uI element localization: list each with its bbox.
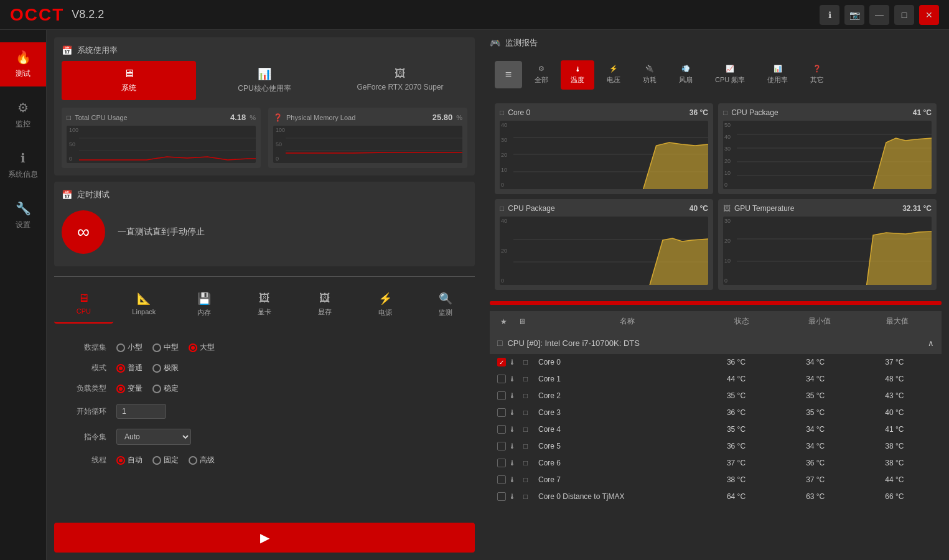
mode-normal[interactable]: 普通 <box>116 363 143 373</box>
thread-auto[interactable]: 自动 <box>116 455 143 465</box>
table-body: □ CPU [#0]: Intel Core i7-10700K: DTS ∧ … <box>490 332 942 553</box>
dataset-small-radio[interactable] <box>116 343 125 352</box>
maximize-button[interactable]: □ <box>894 5 914 25</box>
row-checkbox-6[interactable] <box>497 459 506 467</box>
group-collapse-icon[interactable]: ∧ <box>928 338 934 348</box>
thread-auto-radio[interactable] <box>116 456 125 465</box>
core0-chart-card: □ Core 0 36 °C 40 30 20 10 0 <box>495 103 713 194</box>
core0-chart-header: □ Core 0 36 °C <box>500 108 708 117</box>
row-checkbox-7[interactable] <box>497 475 506 484</box>
screenshot-button[interactable]: 📷 <box>844 5 864 25</box>
infinity-button[interactable]: ∞ <box>62 210 105 254</box>
cpu-package-top-chart-card: □ CPU Package 41 °C 50 40 30 20 10 0 <box>718 103 937 194</box>
thread-fixed[interactable]: 固定 <box>152 455 179 465</box>
instruction-select[interactable]: Auto <box>116 429 191 445</box>
calendar-icon: 📅 <box>62 45 72 55</box>
test-tab-monitor[interactable]: 🔍 监测 <box>416 287 475 324</box>
table-row: 🌡 □ Core 6 37 °C 36 °C 38 °C <box>490 455 942 472</box>
monitor-tab-other[interactable]: ❓ 其它 <box>800 60 834 90</box>
row-status-3: 36 °C <box>696 408 775 417</box>
dataset-large[interactable]: 大型 <box>189 342 215 353</box>
row-checkbox-2[interactable] <box>497 391 506 400</box>
titlebar: OCCT V8.2.2 ℹ 📷 — □ ✕ <box>0 0 949 30</box>
thread-advanced[interactable]: 高级 <box>189 455 215 465</box>
monitor-tab-usage[interactable]: 📊 使用率 <box>757 60 798 90</box>
instruction-row: 指令集 Auto <box>60 424 469 450</box>
usage-tab-cpu-core[interactable]: 📊 CPU核心使用率 <box>197 61 332 100</box>
monitor-tab-cpu-freq[interactable]: 📈 CPU 频率 <box>705 60 755 90</box>
monitor-report-icon: 🎮 <box>490 38 500 48</box>
usage-tab-system[interactable]: 🖥 系统 <box>62 61 196 100</box>
dataset-large-radio[interactable] <box>189 343 197 352</box>
start-button[interactable]: ▶ <box>54 523 475 553</box>
system-usage-title: 系统使用率 <box>77 45 118 56</box>
sidebar-item-test[interactable]: 🔥 测试 <box>0 42 46 86</box>
dataset-small[interactable]: 小型 <box>116 342 143 353</box>
table-row: 🌡 □ Core 1 44 °C 34 °C 48 °C <box>490 371 942 388</box>
row-checkbox-0[interactable]: ✓ <box>497 358 506 366</box>
row-monitor-icon-0: □ <box>523 358 538 366</box>
monitor-tab-power[interactable]: 🔌 功耗 <box>633 60 666 90</box>
test-tab-vram[interactable]: 🖼 显存 <box>295 287 354 324</box>
cpu-pkg-top-value: 41 °C <box>913 108 932 117</box>
dataset-medium[interactable]: 中型 <box>152 342 179 353</box>
monitor-tab-fan[interactable]: 💨 风扇 <box>669 60 703 90</box>
memory-usage-unit: % <box>456 114 462 121</box>
monitor-tab-voltage[interactable]: ⚡ 电压 <box>597 60 630 90</box>
load-stable[interactable]: 稳定 <box>152 383 179 394</box>
load-stable-label: 稳定 <box>164 383 179 394</box>
test-tab-memory[interactable]: 💾 内存 <box>175 287 234 324</box>
row-name-8: Core 0 Distance to TjMAX <box>538 492 696 501</box>
row-checkbox-8[interactable] <box>497 492 506 501</box>
start-cycle-input[interactable] <box>116 404 166 419</box>
cpu-graph-labels: 100 50 0 <box>69 126 78 163</box>
wrench-icon: 🔧 <box>16 201 31 216</box>
row-checkbox-4[interactable] <box>497 425 506 434</box>
row-checkbox-3[interactable] <box>497 408 506 417</box>
usage-tab-gpu[interactable]: 🖼 GeForce RTX 2070 Super <box>333 61 467 100</box>
test-tab-power[interactable]: ⚡ 电源 <box>355 287 414 324</box>
monitor-tab-all[interactable]: ⚙ 全部 <box>525 60 558 90</box>
table-row: 🌡 □ Core 0 Distance to TjMAX 64 °C 63 °C… <box>490 488 942 505</box>
info-button[interactable]: ℹ <box>820 5 839 25</box>
voltage-tab-label: 电压 <box>607 75 620 85</box>
other-tab-label: 其它 <box>810 75 824 85</box>
test-tab-gpu[interactable]: 🖼 显卡 <box>235 287 294 324</box>
row-status-1: 44 °C <box>696 375 775 383</box>
sidebar-item-monitor[interactable]: ⚙ 监控 <box>0 93 46 137</box>
power-tab-label: 功耗 <box>643 75 657 85</box>
load-variable-label: 变量 <box>128 383 143 394</box>
thread-advanced-radio[interactable] <box>189 456 197 465</box>
mode-extreme-radio[interactable] <box>152 364 161 373</box>
usage-tab-icon2: 📊 <box>774 65 782 73</box>
sidebar-item-settings[interactable]: 🔧 设置 <box>0 194 46 238</box>
mode-label: 模式 <box>60 363 116 373</box>
row-checkbox-1[interactable] <box>497 375 506 383</box>
test-tab-linpack[interactable]: 📐 Linpack <box>115 287 174 324</box>
close-button[interactable]: ✕ <box>919 5 939 25</box>
row-temp-icon-3: 🌡 <box>508 408 523 417</box>
row-max-8: 66 °C <box>855 492 934 501</box>
row-checkbox-5[interactable] <box>497 442 506 450</box>
fire-icon: 🔥 <box>16 50 31 65</box>
mode-extreme[interactable]: 极限 <box>152 363 179 373</box>
row-monitor-icon-7: □ <box>523 475 538 484</box>
thread-row: 线程 自动 固定 高级 <box>60 450 469 470</box>
cpu-package-bottom-chart-area: 40 20 0 <box>500 217 708 285</box>
load-variable[interactable]: 变量 <box>116 383 143 394</box>
test-tab-cpu[interactable]: 🖥 CPU <box>54 287 113 324</box>
minimize-button[interactable]: — <box>869 5 889 25</box>
load-stable-radio[interactable] <box>152 385 161 393</box>
monitor-tab-icon2: 🔍 <box>439 292 452 306</box>
menu-button[interactable]: ≡ <box>495 61 522 88</box>
sidebar-item-sysinfo[interactable]: ℹ 系统信息 <box>0 143 46 187</box>
voltage-tab-icon: ⚡ <box>609 65 618 73</box>
gpu-tab-icon2: 🖼 <box>259 292 270 305</box>
dataset-medium-radio[interactable] <box>152 343 161 352</box>
load-variable-radio[interactable] <box>116 385 125 393</box>
table-row: ✓ 🌡 □ Core 0 36 °C 34 °C 37 °C <box>490 354 942 371</box>
mode-normal-radio[interactable] <box>116 364 125 373</box>
usage-tab-cpu-label: CPU核心使用率 <box>238 83 291 94</box>
monitor-tab-temp[interactable]: 🌡 温度 <box>561 60 594 90</box>
thread-fixed-radio[interactable] <box>152 456 161 465</box>
